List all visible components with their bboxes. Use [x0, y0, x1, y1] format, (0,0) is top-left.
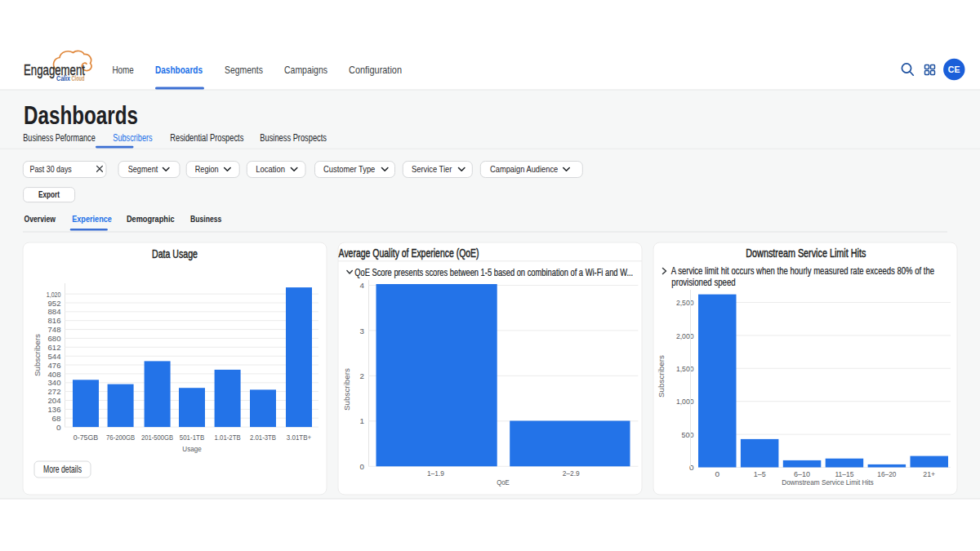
svg-text:Customer Type: Customer Type: [323, 164, 375, 174]
svg-text:Configuration: Configuration: [349, 64, 402, 76]
svg-text:1,000: 1,000: [676, 397, 694, 406]
svg-text:136: 136: [48, 405, 62, 414]
svg-text:0-75GB: 0-75GB: [74, 433, 99, 442]
svg-text:Downstream Service Limit Hits: Downstream Service Limit Hits: [746, 247, 866, 260]
svg-text:612: 612: [48, 343, 61, 352]
svg-text:Downstream Service Limit Hits: Downstream Service Limit Hits: [782, 478, 874, 487]
svg-text:A service limit hit occurs whe: A service limit hit occurs when the hour…: [671, 265, 935, 277]
svg-text:1,500: 1,500: [676, 364, 694, 373]
svg-text:2.01-3TB: 2.01-3TB: [250, 433, 276, 442]
svg-text:1,020: 1,020: [47, 290, 61, 299]
svg-text:1–1.9: 1–1.9: [427, 469, 444, 478]
svg-text:Calix: Calix: [56, 74, 70, 82]
svg-text:Cloud: Cloud: [72, 74, 85, 82]
svg-text:476: 476: [48, 361, 62, 370]
svg-text:0: 0: [56, 423, 61, 432]
svg-text:Data Usage: Data Usage: [152, 247, 198, 260]
svg-text:501-1TB: 501-1TB: [180, 433, 205, 442]
svg-text:340: 340: [48, 378, 62, 387]
svg-text:21+: 21+: [923, 469, 935, 478]
svg-text:Average Quality of Experience: Average Quality of Experience (QoE): [339, 247, 479, 260]
svg-text:Campaigns: Campaigns: [284, 64, 327, 76]
svg-text:Subscribers: Subscribers: [113, 132, 152, 144]
svg-text:16–20: 16–20: [877, 469, 896, 478]
svg-text:4: 4: [360, 281, 365, 290]
svg-text:68: 68: [52, 414, 62, 423]
svg-text:1–5: 1–5: [754, 469, 766, 478]
svg-text:Export: Export: [38, 189, 60, 199]
svg-text:Experience: Experience: [72, 214, 112, 224]
svg-text:Service Tier: Service Tier: [412, 164, 452, 174]
svg-text:Business: Business: [190, 214, 221, 224]
svg-text:884: 884: [48, 307, 62, 316]
svg-text:204: 204: [48, 396, 62, 405]
svg-text:408: 408: [48, 370, 62, 379]
svg-text:Home: Home: [112, 64, 133, 76]
svg-text:952: 952: [48, 299, 61, 308]
svg-text:2,000: 2,000: [676, 331, 694, 340]
svg-text:272: 272: [48, 387, 61, 396]
svg-text:Subscribers: Subscribers: [657, 355, 666, 398]
svg-text:0: 0: [715, 469, 719, 478]
svg-text:QoE: QoE: [497, 478, 510, 487]
svg-text:76-200GB: 76-200GB: [106, 433, 135, 442]
svg-text:748: 748: [48, 325, 62, 334]
svg-text:816: 816: [48, 316, 62, 325]
svg-text:Residential Prospects: Residential Prospects: [170, 132, 243, 144]
svg-text:Region: Region: [195, 164, 219, 174]
svg-text:provisioned speed: provisioned speed: [671, 277, 736, 288]
svg-text:Dashboards: Dashboards: [155, 64, 203, 76]
svg-text:Dashboards: Dashboards: [24, 101, 138, 130]
svg-text:Segments: Segments: [225, 64, 263, 76]
svg-text:0: 0: [360, 462, 365, 471]
svg-text:201-500GB: 201-500GB: [141, 433, 173, 442]
svg-text:Demographic: Demographic: [127, 214, 175, 224]
svg-text:Campaign Audience: Campaign Audience: [490, 164, 558, 174]
svg-text:1.01-2TB: 1.01-2TB: [215, 433, 241, 442]
svg-text:2: 2: [360, 371, 364, 380]
svg-text:Usage: Usage: [182, 444, 202, 453]
svg-text:QoE Score presents scores betw: QoE Score presents scores between 1-5 ba…: [354, 267, 633, 278]
svg-text:Past 30 days: Past 30 days: [30, 164, 73, 174]
svg-text:Location: Location: [256, 164, 285, 174]
svg-text:3: 3: [360, 327, 365, 335]
svg-text:680: 680: [48, 334, 62, 343]
svg-text:2,500: 2,500: [676, 298, 694, 307]
svg-text:Subscribers: Subscribers: [342, 368, 351, 411]
svg-text:544: 544: [48, 352, 62, 361]
svg-text:CE: CE: [948, 64, 960, 74]
svg-text:More details: More details: [43, 464, 82, 475]
svg-text:500: 500: [682, 430, 694, 439]
svg-text:Overview: Overview: [24, 214, 56, 224]
svg-text:Business Peformance: Business Peformance: [23, 132, 96, 144]
svg-text:Subscribers: Subscribers: [33, 334, 42, 376]
svg-text:1: 1: [360, 416, 364, 425]
svg-text:2–2.9: 2–2.9: [563, 469, 580, 478]
svg-text:3.01TB+: 3.01TB+: [287, 433, 312, 442]
svg-text:0: 0: [689, 463, 694, 472]
svg-text:Business Prospects: Business Prospects: [260, 132, 327, 144]
svg-text:Segment: Segment: [128, 164, 158, 174]
